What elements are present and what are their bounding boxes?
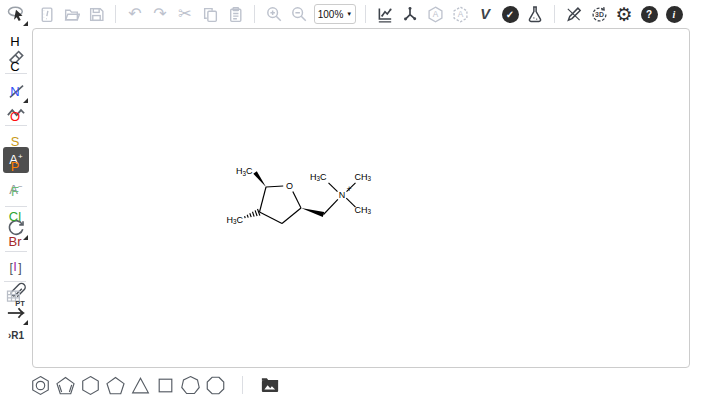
wedge-bond-right-icon[interactable] (301, 208, 324, 217)
aromatize-icon: A (426, 5, 445, 24)
atom-label-o[interactable]: O (286, 181, 293, 191)
cyclobutane-icon (155, 375, 176, 396)
template-benzene-button[interactable] (28, 372, 52, 398)
cyclopentadiene-icon (55, 375, 76, 396)
atom-button-f[interactable]: F (4, 181, 26, 201)
template-cycloheptane-button[interactable] (178, 372, 202, 398)
separator (115, 5, 116, 23)
redo-button[interactable]: ↷ (148, 2, 172, 26)
new-document-icon (38, 6, 55, 23)
benzene-icon (30, 375, 51, 396)
zoom-level-dropdown[interactable]: 100% ▼ (314, 4, 356, 24)
atom-label-n-charge: + (347, 184, 352, 194)
separator (4, 281, 26, 282)
template-cyclopentane-button[interactable] (103, 372, 127, 398)
cut-button[interactable]: ✂ (173, 2, 197, 26)
help-button[interactable]: ? (637, 2, 661, 26)
bond-c3-c4[interactable] (260, 212, 283, 224)
save-icon (88, 6, 105, 23)
atom-label-n[interactable]: N (339, 190, 346, 200)
open-icon (63, 6, 80, 23)
separator (5, 251, 27, 252)
copy-button[interactable] (198, 2, 222, 26)
redo-icon: ↷ (153, 6, 166, 22)
check-icon: ✓ (502, 6, 519, 23)
lasso-selection-tool[interactable] (3, 1, 29, 27)
atom-button-o[interactable]: O (4, 106, 26, 126)
atom-button-h[interactable]: H (4, 31, 26, 51)
bond-c2-c3[interactable] (282, 208, 301, 224)
layout-button[interactable] (373, 2, 397, 26)
paste-button[interactable] (223, 2, 247, 26)
template-cyclobutane-button[interactable] (153, 372, 177, 398)
bond-c5-o[interactable] (266, 186, 283, 187)
atom-button-p[interactable]: P (4, 156, 26, 176)
atom-label-ch3-ring-top[interactable]: H3C (236, 166, 253, 177)
atom-button-i[interactable]: I (4, 256, 26, 276)
new-document-button[interactable] (34, 2, 58, 26)
gear-icon: ⚙ (615, 5, 632, 24)
about-button[interactable]: i (662, 2, 686, 26)
calculated-values-button[interactable] (523, 2, 547, 26)
zoom-in-button[interactable] (262, 2, 286, 26)
paste-icon (227, 6, 244, 23)
atom-button-n[interactable]: N (4, 81, 26, 101)
save-button[interactable] (84, 2, 108, 26)
separator (554, 5, 555, 23)
template-library-button[interactable] (258, 372, 282, 398)
bond-ch2-n[interactable] (324, 199, 338, 214)
atom-button-br[interactable]: Br (4, 231, 26, 251)
undo-icon: ↶ (128, 6, 141, 22)
template-cyclohexane-button[interactable] (78, 372, 102, 398)
cyclooctane-icon (205, 375, 226, 396)
rgroup-label-tool[interactable]: ›R1 (3, 326, 29, 344)
atom-button-cl[interactable]: Cl (4, 206, 26, 226)
dearomatize-button[interactable]: A (448, 2, 472, 26)
chevron-down-icon: ▼ (346, 11, 352, 17)
bond-n-ch3-tl[interactable] (329, 183, 338, 192)
bond-c4-c5[interactable] (260, 187, 267, 212)
periodic-table-icon: PT (5, 288, 25, 308)
open-button[interactable] (59, 2, 83, 26)
separator (242, 376, 243, 394)
atom-label-ch3-n-bottomright[interactable]: CH3 (355, 205, 372, 216)
template-toolbar (0, 370, 720, 400)
clean-up-button[interactable] (398, 2, 422, 26)
wedge-bond-up-icon[interactable] (253, 171, 266, 187)
settings-button[interactable]: ⚙ (612, 2, 636, 26)
atom-label-ch3-n-topleft[interactable]: H3C (310, 172, 327, 183)
stereo-cip-button[interactable]: V (473, 2, 497, 26)
layout-icon (376, 5, 394, 23)
template-cyclooctane-button[interactable] (203, 372, 227, 398)
check-structure-button[interactable]: ✓ (498, 2, 522, 26)
atom-label-ch3-n-topright[interactable]: CH3 (355, 172, 372, 183)
zoom-out-button[interactable] (287, 2, 311, 26)
undo-button[interactable]: ↶ (123, 2, 147, 26)
separator (365, 5, 366, 23)
3d-viewer-icon: 3D (590, 5, 609, 24)
cycloheptane-icon (180, 375, 201, 396)
periodic-table-button[interactable]: PT (4, 287, 26, 309)
zoom-in-icon (265, 5, 283, 23)
atom-label-ch3-ring-bottom[interactable]: H3C (226, 215, 243, 226)
editing-pen-button[interactable] (562, 2, 586, 26)
dearomatize-icon: A (451, 5, 470, 24)
zoom-level-value: 100% (318, 9, 344, 20)
template-library-icon (260, 375, 280, 395)
help-icon: ? (641, 6, 658, 23)
cyclopentane-icon (105, 375, 126, 396)
molecule-drawing[interactable]: O N + H3C H3C H3C CH3 CH3 (33, 29, 691, 369)
aromatize-button[interactable]: A (423, 2, 447, 26)
lasso-icon (6, 4, 26, 24)
template-cyclopentadiene-button[interactable] (53, 372, 77, 398)
drawing-canvas[interactable]: O N + H3C H3C H3C CH3 CH3 (32, 28, 690, 368)
svg-text:A: A (432, 9, 438, 19)
atom-button-c[interactable]: C (4, 56, 26, 76)
atom-button-s[interactable]: S (4, 131, 26, 151)
3d-viewer-button[interactable]: 3D (587, 2, 611, 26)
svg-text:A: A (457, 9, 463, 19)
stereo-cip-icon: V (476, 5, 494, 23)
template-cyclopropane-button[interactable] (128, 372, 152, 398)
bond-o-c2[interactable] (293, 192, 301, 209)
hash-bond-icon[interactable] (245, 209, 260, 218)
